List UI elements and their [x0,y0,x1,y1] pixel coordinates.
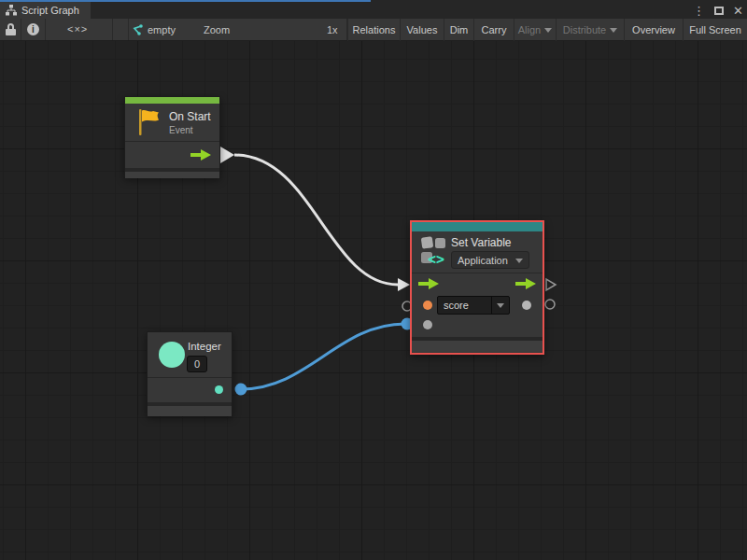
toolbar-divider [112,19,113,40]
overview-button[interactable]: Overview [624,19,683,41]
set-variable-header: <> Set Variable Application [412,231,543,273]
close-icon[interactable]: ✕ [733,5,743,17]
graph-reference-label[interactable]: empty [148,24,176,35]
flow-wire-arrowhead [398,278,410,291]
node-on-start[interactable]: On Start Event [124,96,220,177]
info-icon[interactable]: i [27,23,39,35]
integer-output-port[interactable] [215,385,223,394]
variable-name-field[interactable]: score [437,296,510,315]
lock-icon[interactable] [6,23,16,35]
value-input-row [412,316,543,337]
node-title: Integer [188,341,221,352]
event-accent-stripe [125,97,219,104]
tab-bar: Script Graph ⋮ ✕ [0,2,747,19]
variable-accent-stripe [412,222,543,231]
tab-script-graph[interactable]: Script Graph [0,2,91,19]
flow-port-row [412,273,543,294]
lock-body [6,29,16,35]
node-subtitle: Event [169,125,193,135]
carry-button[interactable]: Carry [473,19,514,41]
toolbar-divider [45,19,46,40]
distribute-button[interactable]: Distribute [556,19,624,41]
node-title: On Start [169,110,211,123]
variable-name-input-port[interactable] [423,301,432,310]
maximize-icon[interactable] [714,7,724,15]
code-view-icon[interactable]: <×> [67,23,88,35]
value-wire [241,324,405,389]
values-button[interactable]: Values [400,19,444,41]
dim-label: Dim [450,24,469,35]
window-menu-icon[interactable]: ⋮ [693,5,705,17]
overview-label: Overview [632,24,675,35]
chevron-down-icon [497,303,504,308]
flag-icon [134,107,162,137]
relations-button[interactable]: Relations [347,19,400,41]
distribute-label: Distribute [563,24,606,35]
graph-hierarchy-icon [6,5,17,16]
chevron-down-icon [544,28,552,33]
graph-canvas[interactable]: On Start Event <> [0,41,747,560]
value-input-port[interactable] [423,320,432,329]
node-set-variable[interactable]: <> Set Variable Application [412,222,543,353]
toolbar-divider [128,19,129,40]
carry-label: Carry [482,24,507,35]
integer-header: Integer 0 [148,332,232,377]
variable-name-row: score [412,294,543,316]
zoom-value: 1x [327,24,338,35]
zoom-label: Zoom [204,24,230,35]
graph-toolbar: i <×> empty Zoom 1x Relations Values Dim… [0,19,747,41]
chevron-down-icon [515,259,523,263]
variable-scope-dropdown[interactable]: Application [451,251,529,269]
connections-layer [0,41,747,560]
align-label: Align [518,24,541,35]
node-footer [148,405,232,416]
on-start-header: On Start Event [125,104,219,141]
unconnected-output-port[interactable] [545,300,555,309]
selection-outline: <> Set Variable Application [410,220,544,355]
variable-name-dropdown-button[interactable] [491,297,509,314]
node-title: Set Variable [451,236,511,249]
tab-title: Script Graph [21,5,79,16]
flow-output-port[interactable] [190,149,211,161]
flow-wire [234,155,398,285]
scope-label: Application [458,255,508,266]
dim-button[interactable]: Dim [444,19,473,41]
node-footer [125,171,219,178]
node-footer [412,340,543,352]
fullscreen-button[interactable]: Full Screen [683,19,747,41]
integer-value-field[interactable]: 0 [187,356,207,372]
variables-icon: <> [420,234,448,268]
window-controls: ⋮ ✕ [693,2,743,19]
flow-wire-plug [220,147,234,163]
variable-name-value: score [438,297,491,314]
relations-label: Relations [353,24,396,35]
value-wire-endpoint [235,384,247,396]
toolbar-divider [21,19,21,40]
align-button[interactable]: Align [514,19,556,41]
svg-text:<>: <> [428,251,444,268]
on-start-body [125,142,219,168]
fullscreen-label: Full Screen [689,24,741,35]
flow-input-port[interactable] [418,278,439,289]
toolbar-buttons: Relations Values Dim Carry Align Distrib… [347,19,747,41]
graph-reference-icon [131,24,143,36]
unconnected-flow-output-port[interactable] [546,279,556,290]
node-integer[interactable]: Integer 0 [147,331,233,415]
integer-type-icon [159,342,185,368]
value-output-port[interactable] [522,301,531,310]
integer-body [148,378,232,402]
chevron-down-icon [610,28,617,33]
values-label: Values [407,24,438,35]
flow-output-port[interactable] [515,278,536,289]
script-graph-window: Script Graph ⋮ ✕ i <×> empty Zoom 1x [0,0,747,560]
